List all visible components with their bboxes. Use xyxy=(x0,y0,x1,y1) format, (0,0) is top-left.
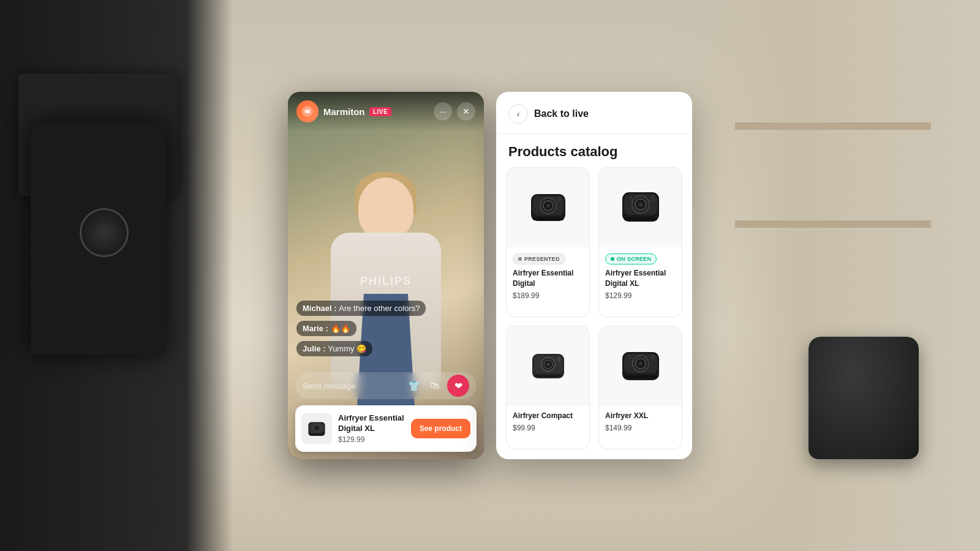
product-badge-2: ON SCREEN xyxy=(605,253,657,264)
svg-rect-1 xyxy=(305,110,310,113)
featured-product-info: Airfryer Essential Digital XL $129.99 xyxy=(338,413,411,444)
featured-product-bar: Airfryer Essential Digital XL $129.99 Se… xyxy=(295,405,477,452)
chat-username-3: Julie : xyxy=(303,344,328,353)
svg-rect-6 xyxy=(311,434,323,435)
svg-rect-13 xyxy=(557,197,561,203)
svg-rect-36 xyxy=(651,354,655,361)
product-image-2 xyxy=(599,168,682,247)
featured-product-price: $129.99 xyxy=(338,435,411,444)
stream-video: PHILIPS xyxy=(288,92,484,459)
stream-menu-button[interactable]: ··· xyxy=(434,102,452,121)
chevron-left-icon: ‹ xyxy=(517,109,520,119)
svg-point-11 xyxy=(546,204,550,208)
product-image-3 xyxy=(507,326,589,406)
product-price-4: $149.99 xyxy=(605,424,676,432)
featured-product-thumbnail xyxy=(301,413,332,444)
chat-message-1: Michael : Are there other colors? xyxy=(296,301,475,316)
stream-close-button[interactable]: ✕ xyxy=(457,102,475,121)
product-card-4[interactable]: Airfryer XXL $149.99 xyxy=(598,326,682,449)
philips-brand-overlay: PHILIPS xyxy=(360,275,412,288)
like-button[interactable]: ❤ xyxy=(447,375,469,397)
product-card-1[interactable]: PRESENTED Airfryer Essential Digital $18… xyxy=(506,167,590,317)
live-badge: LIVE xyxy=(369,107,391,116)
svg-rect-22 xyxy=(630,195,632,200)
svg-rect-29 xyxy=(557,356,560,362)
svg-point-19 xyxy=(638,203,643,207)
product-card-2[interactable]: ON SCREEN Airfryer Essential Digital XL … xyxy=(598,167,682,317)
bag-icon-button[interactable]: 🛍 xyxy=(426,377,443,394)
product-info-4: Airfryer XXL $149.99 xyxy=(599,406,682,440)
chat-text-1: Michael : Are there other colors? xyxy=(296,301,426,316)
chat-text-2: Marie : 🔥🔥 xyxy=(296,321,356,336)
message-placeholder-text: Send message xyxy=(303,381,402,391)
chat-message-2: Marie : 🔥🔥 xyxy=(296,321,475,336)
product-badge-1: PRESENTED xyxy=(513,253,565,264)
product-card-3[interactable]: Airfryer Compact $99.99 xyxy=(506,326,590,449)
catalog-grid: PRESENTED Airfryer Essential Digital $18… xyxy=(496,167,692,459)
chat-message-3: Julie : Yummy 😋 xyxy=(296,341,475,356)
chat-body-2: 🔥🔥 xyxy=(331,324,350,333)
brand-avatar xyxy=(296,100,318,122)
see-product-button[interactable]: See product xyxy=(411,419,470,438)
chat-text-3: Julie : Yummy 😋 xyxy=(296,341,372,356)
main-container: PHILIPS Marmiton LIVE ··· ✕ xyxy=(0,0,980,551)
svg-rect-21 xyxy=(650,195,655,202)
person-head xyxy=(358,178,413,239)
close-icon: ✕ xyxy=(462,107,470,116)
product-price-1: $189.99 xyxy=(513,291,583,300)
stream-panel: PHILIPS Marmiton LIVE ··· ✕ xyxy=(288,92,484,459)
menu-dots-icon: ··· xyxy=(439,107,447,116)
product-info-2: ON SCREEN Airfryer Essential Digital XL … xyxy=(599,247,682,307)
svg-rect-20 xyxy=(624,217,657,220)
badge-dot-1 xyxy=(518,257,522,261)
product-name-2: Airfryer Essential Digital XL xyxy=(605,268,676,289)
catalog-header: ‹ Back to live xyxy=(496,92,692,134)
badge-label-2: ON SCREEN xyxy=(617,256,651,262)
product-price-3: $99.99 xyxy=(513,424,583,432)
message-bar[interactable]: Send message 👕 🛍 ❤ xyxy=(295,372,477,399)
product-info-1: PRESENTED Airfryer Essential Digital $18… xyxy=(507,247,589,307)
shirt-icon-button[interactable]: 👕 xyxy=(405,377,423,394)
stream-header: Marmiton LIVE ··· ✕ xyxy=(288,92,484,131)
product-name-3: Airfryer Compact xyxy=(513,411,583,421)
svg-point-34 xyxy=(639,362,643,365)
svg-rect-14 xyxy=(562,198,564,201)
svg-point-27 xyxy=(546,362,549,365)
product-name-1: Airfryer Essential Digital xyxy=(513,268,583,289)
heart-icon: ❤ xyxy=(454,380,462,392)
product-image-1 xyxy=(507,168,589,247)
chat-username-2: Marie : xyxy=(303,324,331,333)
catalog-panel: ‹ Back to live Products catalog xyxy=(496,92,692,459)
chat-body-1: Are there other colors? xyxy=(339,304,420,313)
featured-product-name: Airfryer Essential Digital XL xyxy=(338,413,411,434)
badge-dot-2 xyxy=(611,257,614,261)
back-to-live-button[interactable]: ‹ xyxy=(508,104,528,124)
chat-username-1: Michael : xyxy=(303,304,339,313)
svg-rect-12 xyxy=(533,217,564,220)
svg-rect-35 xyxy=(624,375,657,378)
chat-area: Michael : Are there other colors? Marie … xyxy=(288,301,484,361)
svg-point-5 xyxy=(314,425,319,430)
svg-rect-28 xyxy=(534,375,562,377)
product-name-4: Airfryer XXL xyxy=(605,411,676,421)
product-info-3: Airfryer Compact $99.99 xyxy=(507,406,589,440)
catalog-title: Products catalog xyxy=(496,134,692,167)
product-image-4 xyxy=(599,326,682,406)
badge-label-1: PRESENTED xyxy=(524,256,560,262)
svg-rect-37 xyxy=(628,354,631,359)
chat-body-3: Yummy 😋 xyxy=(328,344,366,353)
back-to-live-label: Back to live xyxy=(534,108,589,119)
product-price-2: $129.99 xyxy=(605,291,676,300)
brand-name: Marmiton xyxy=(323,107,366,117)
